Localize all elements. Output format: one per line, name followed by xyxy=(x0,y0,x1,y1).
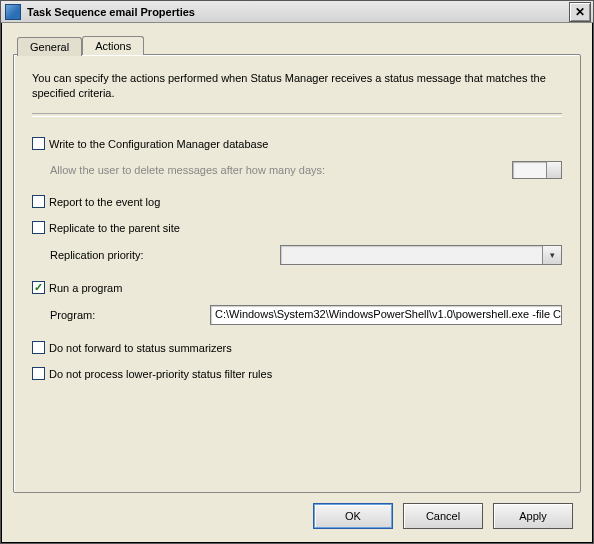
label-replicate-parent: Replicate to the parent site xyxy=(45,222,180,234)
dialog-buttons: OK Cancel Apply xyxy=(13,493,581,533)
close-button[interactable]: ✕ xyxy=(569,2,591,22)
title-bar: Task Sequence email Properties ✕ xyxy=(1,1,593,23)
checkbox-run-program[interactable]: ✓ xyxy=(32,281,45,294)
row-program: Program: C:\Windows\System32\WindowsPowe… xyxy=(32,305,562,325)
tab-strip: General Actions xyxy=(17,35,581,54)
actions-panel: You can specify the actions performed wh… xyxy=(13,54,581,493)
button-label: OK xyxy=(345,510,361,522)
tab-label: Actions xyxy=(95,40,131,52)
chevron-up-icon: ▲ xyxy=(547,162,561,170)
button-label: Cancel xyxy=(426,510,460,522)
label-replication-priority: Replication priority: xyxy=(50,249,210,261)
label-no-lower-priority: Do not process lower-priority status fil… xyxy=(45,368,272,380)
tab-actions[interactable]: Actions xyxy=(82,36,144,55)
label-no-forward: Do not forward to status summarizers xyxy=(45,342,232,354)
row-no-lower-priority: ✓ Do not process lower-priority status f… xyxy=(32,365,562,383)
label-write-db: Write to the Configuration Manager datab… xyxy=(45,138,268,150)
tab-general[interactable]: General xyxy=(17,37,82,56)
app-icon xyxy=(5,4,21,20)
label-run-program: Run a program xyxy=(45,282,122,294)
chevron-down-icon: ▼ xyxy=(547,170,561,178)
checkbox-write-db[interactable]: ✓ xyxy=(32,137,45,150)
close-icon: ✕ xyxy=(575,5,585,19)
panel-description: You can specify the actions performed wh… xyxy=(32,71,562,101)
spinner-delete-days[interactable]: ▲ ▼ xyxy=(512,161,562,179)
properties-dialog: Task Sequence email Properties ✕ General… xyxy=(0,0,594,544)
row-write-db: ✓ Write to the Configuration Manager dat… xyxy=(32,135,562,153)
label-delete-days: Allow the user to delete messages after … xyxy=(50,164,512,176)
tab-label: General xyxy=(30,41,69,53)
checkbox-no-lower-priority[interactable]: ✓ xyxy=(32,367,45,380)
checkbox-report-eventlog[interactable]: ✓ xyxy=(32,195,45,208)
input-program[interactable]: C:\Windows\System32\WindowsPowerShell\v1… xyxy=(210,305,562,325)
apply-button[interactable]: Apply xyxy=(493,503,573,529)
ok-button[interactable]: OK xyxy=(313,503,393,529)
row-replication-priority: Replication priority: xyxy=(32,245,562,265)
row-delete-days: Allow the user to delete messages after … xyxy=(32,161,562,179)
row-report-eventlog: ✓ Report to the event log xyxy=(32,193,562,211)
row-no-forward: ✓ Do not forward to status summarizers xyxy=(32,339,562,357)
separator xyxy=(32,113,562,117)
button-label: Apply xyxy=(519,510,547,522)
dropdown-replication-priority[interactable] xyxy=(280,245,562,265)
window-title: Task Sequence email Properties xyxy=(21,6,569,18)
label-report-eventlog: Report to the event log xyxy=(45,196,160,208)
label-program: Program: xyxy=(50,309,210,321)
client-area: General Actions You can specify the acti… xyxy=(1,23,593,543)
checkbox-no-forward[interactable]: ✓ xyxy=(32,341,45,354)
cancel-button[interactable]: Cancel xyxy=(403,503,483,529)
checkbox-replicate-parent[interactable]: ✓ xyxy=(32,221,45,234)
row-replicate-parent: ✓ Replicate to the parent site xyxy=(32,219,562,237)
row-run-program: ✓ Run a program xyxy=(32,279,562,297)
